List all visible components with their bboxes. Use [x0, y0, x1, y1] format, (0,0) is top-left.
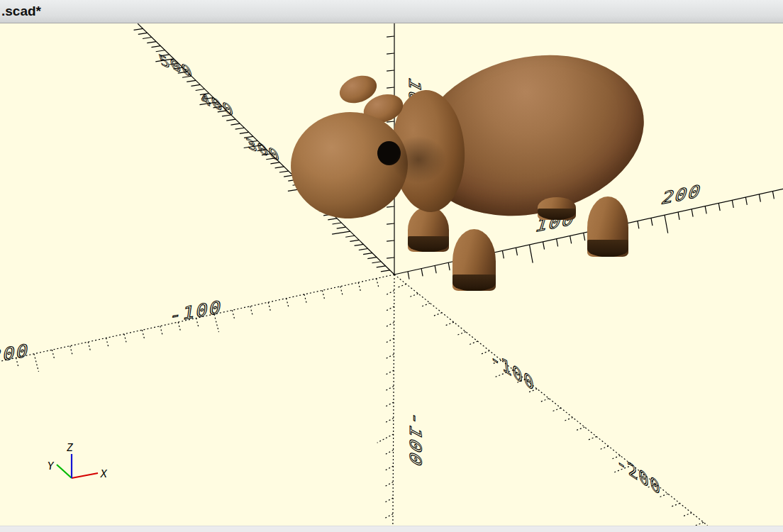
axis-tick-label: -100 — [489, 345, 536, 395]
triad-x-axis — [72, 473, 98, 478]
leg-base-shadow — [408, 236, 449, 252]
axis-tick-label: 400 — [198, 89, 237, 121]
statusbar — [0, 526, 783, 532]
leg-base-shadow — [538, 209, 576, 220]
leg-base-shadow — [587, 240, 628, 257]
hippo-leg-back-left — [538, 197, 576, 220]
axis-tick-label: -100 — [168, 297, 223, 326]
triad-x-label: X — [99, 467, 108, 480]
triad-z-label: Z — [65, 441, 74, 454]
hippo-eye — [377, 141, 401, 165]
axis-tick-label: 200 — [659, 181, 704, 209]
axis-tick-label: -200 — [0, 340, 31, 370]
window-title: .scad* — [0, 4, 41, 19]
axis-tick-label: -100 — [406, 408, 425, 471]
hippo-leg-back-right — [587, 196, 628, 257]
triad-y-label: Y — [46, 460, 55, 472]
leg-base-shadow — [452, 275, 496, 291]
axis-tick-label: -200 — [615, 450, 662, 499]
hippo-leg-front-right — [452, 229, 496, 291]
hippo-leg-front-left — [408, 206, 449, 252]
axis-tick-label: 300 — [244, 135, 283, 166]
window-titlebar: .scad* — [0, 0, 783, 23]
axis-tick-label: 500 — [157, 51, 196, 82]
3d-viewport-canvas[interactable]: 100200300400500100-100-200-100-200-100XY… — [0, 23, 783, 526]
triad-y-axis — [57, 465, 72, 478]
